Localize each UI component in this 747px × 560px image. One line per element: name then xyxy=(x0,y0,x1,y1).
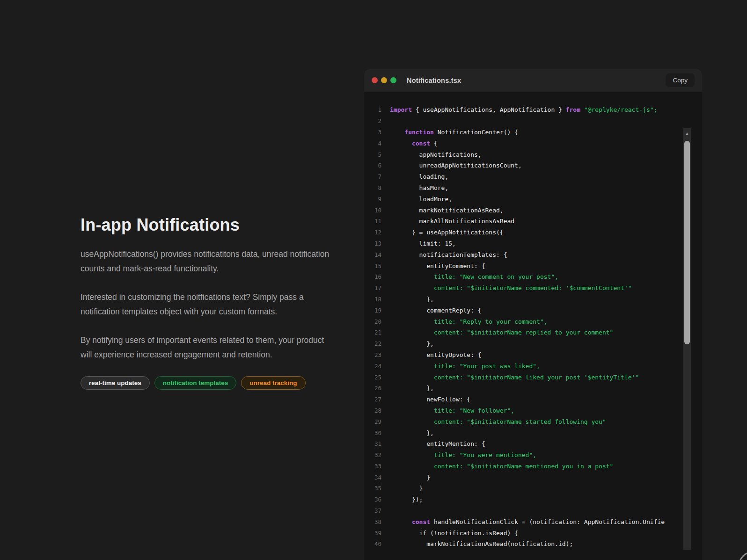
code-text: markNotificationAsRead, xyxy=(381,207,681,214)
minimize-window-icon[interactable] xyxy=(381,77,387,83)
code-text: } xyxy=(381,485,681,492)
line-number: 15 xyxy=(364,262,381,269)
page-title: In-app Notifications xyxy=(81,215,343,235)
code-text: } = useAppNotifications({ xyxy=(381,229,681,236)
line-number: 11 xyxy=(364,218,381,225)
code-line: 5 appNotifications, xyxy=(364,149,702,160)
code-line: 30 }, xyxy=(364,427,702,438)
code-text: function NotificationCenter() { xyxy=(381,129,681,136)
code-line: 4 const { xyxy=(364,138,702,149)
code-text: content: "$initiatorName replied to your… xyxy=(381,329,681,336)
line-number: 22 xyxy=(364,340,381,347)
code-text: title: "Your post was liked", xyxy=(381,363,681,370)
line-number: 37 xyxy=(364,507,381,514)
code-line: 26 }, xyxy=(364,383,702,394)
line-number: 10 xyxy=(364,207,381,214)
code-line: 6 unreadAppNotificationsCount, xyxy=(364,160,702,171)
code-line: 36 }); xyxy=(364,494,702,505)
code-line: 35 } xyxy=(364,483,702,494)
code-text: const { xyxy=(381,140,681,147)
window-filename: Notifications.tsx xyxy=(407,77,461,84)
line-number: 38 xyxy=(364,518,381,525)
line-number: 35 xyxy=(364,485,381,492)
code-text: limit: 15, xyxy=(381,240,681,247)
code-text: import { useAppNotifications, AppNotific… xyxy=(381,106,681,113)
line-number: 40 xyxy=(364,540,381,547)
code-lines: 1import { useAppNotifications, AppNotifi… xyxy=(364,104,702,550)
copy-button[interactable]: Copy xyxy=(666,73,695,87)
corner-decoration xyxy=(739,552,747,560)
code-line: 38 const handleNotificationClick = (noti… xyxy=(364,516,702,527)
line-number: 23 xyxy=(364,351,381,358)
scrollbar-track[interactable]: ▲ xyxy=(683,128,691,550)
code-line: 2 xyxy=(364,116,702,127)
line-number: 7 xyxy=(364,173,381,180)
code-text: title: "New comment on your post", xyxy=(381,273,681,280)
code-line: 33 content: "$initiatorName mentioned yo… xyxy=(364,461,702,472)
code-text: const handleNotificationClick = (notific… xyxy=(381,518,681,525)
line-number: 13 xyxy=(364,240,381,247)
line-number: 25 xyxy=(364,374,381,381)
line-number: 8 xyxy=(364,184,381,191)
close-window-icon[interactable] xyxy=(372,77,378,83)
line-number: 33 xyxy=(364,463,381,470)
zoom-window-icon[interactable] xyxy=(390,77,396,83)
code-line: 17 content: "$initiatorName commented: '… xyxy=(364,283,702,294)
code-line: 19 commentReply: { xyxy=(364,305,702,316)
code-window: Notifications.tsx Copy 1import { useAppN… xyxy=(364,69,702,560)
line-number: 36 xyxy=(364,496,381,503)
code-text: hasMore, xyxy=(381,184,681,191)
code-line: 20 title: "Reply to your comment", xyxy=(364,316,702,327)
line-number: 24 xyxy=(364,363,381,370)
hero-paragraph-1: useAppNotifications() provides notificat… xyxy=(81,247,337,276)
code-line: 16 title: "New comment on your post", xyxy=(364,271,702,283)
badge-real-time-updates: real-time updates xyxy=(81,376,150,390)
code-line: 32 title: "You were mentioned", xyxy=(364,450,702,461)
code-text: }, xyxy=(381,296,681,303)
feature-badges: real-time updates notification templates… xyxy=(81,376,343,390)
code-text: markNotificationAsRead(notification.id); xyxy=(381,540,681,547)
code-text: appNotifications, xyxy=(381,151,681,158)
line-number: 17 xyxy=(364,284,381,291)
code-line: 11 markAllNotificationsAsRead xyxy=(364,216,702,227)
code-line: 39 if (!notification.isRead) { xyxy=(364,527,702,538)
line-number: 12 xyxy=(364,229,381,236)
line-number: 34 xyxy=(364,474,381,481)
line-number: 6 xyxy=(364,162,381,169)
code-line: 9 loadMore, xyxy=(364,193,702,204)
code-text: loadMore, xyxy=(381,196,681,203)
line-number: 5 xyxy=(364,151,381,158)
line-number: 20 xyxy=(364,318,381,325)
code-text: }, xyxy=(381,385,681,392)
code-line: 31 entityMention: { xyxy=(364,438,702,450)
hero-paragraph-3: By notifying users of important events r… xyxy=(81,333,337,362)
code-line: 24 title: "Your post was liked", xyxy=(364,360,702,371)
line-number: 39 xyxy=(364,530,381,537)
line-number: 3 xyxy=(364,129,381,136)
code-line: 18 }, xyxy=(364,294,702,305)
window-titlebar: Notifications.tsx Copy xyxy=(364,69,702,92)
code-line: 1import { useAppNotifications, AppNotifi… xyxy=(364,104,702,116)
code-line: 29 content: "$initiatorName started foll… xyxy=(364,416,702,427)
code-editor: 1import { useAppNotifications, AppNotifi… xyxy=(364,92,702,550)
traffic-lights xyxy=(372,77,396,83)
code-line: 8 hasMore, xyxy=(364,182,702,194)
line-number: 31 xyxy=(364,440,381,447)
code-text: loading, xyxy=(381,173,681,180)
code-text: content: "$initiatorName mentioned you i… xyxy=(381,463,681,470)
line-number: 19 xyxy=(364,307,381,314)
code-line: 28 title: "New follower", xyxy=(364,405,702,416)
line-number: 14 xyxy=(364,251,381,258)
code-line: 23 entityUpvote: { xyxy=(364,349,702,361)
code-line: 40 markNotificationAsRead(notification.i… xyxy=(364,538,702,550)
code-text: }, xyxy=(381,429,681,436)
code-text: title: "New follower", xyxy=(381,407,681,414)
badge-unread-tracking: unread tracking xyxy=(241,376,305,390)
code-text: } xyxy=(381,474,681,481)
code-line: 27 newFollow: { xyxy=(364,394,702,405)
scroll-up-arrow-icon[interactable]: ▲ xyxy=(683,131,691,136)
scrollbar-thumb[interactable] xyxy=(684,141,690,344)
code-line: 37 xyxy=(364,505,702,516)
code-text: }, xyxy=(381,340,681,347)
code-text: content: "$initiatorName liked your post… xyxy=(381,374,681,381)
